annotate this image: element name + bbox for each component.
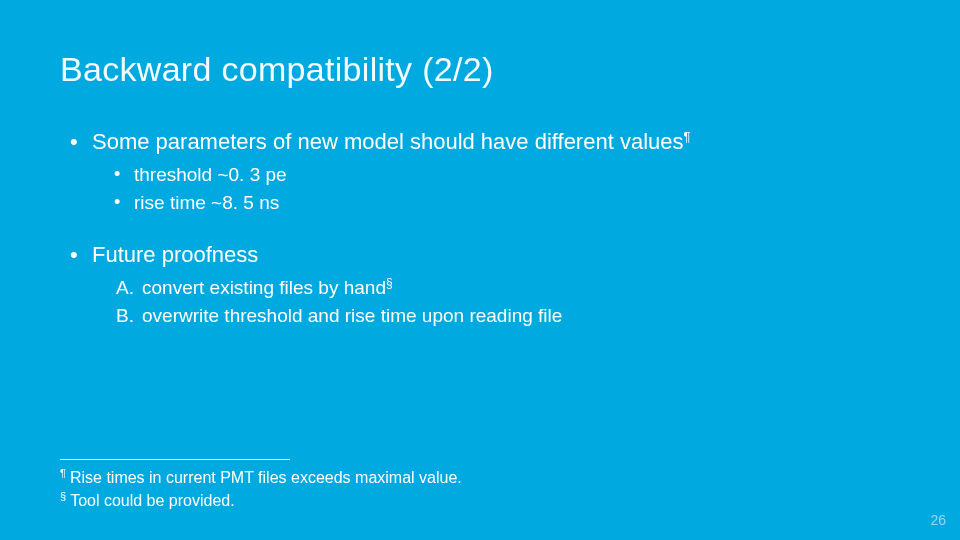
- list-marker: B.: [116, 302, 134, 330]
- footnote-rule: [60, 459, 290, 460]
- bullet-1-sublist: threshold ~0. 3 pe rise time ~8. 5 ns: [92, 161, 900, 216]
- footnote-line: §Tool could be provided.: [60, 489, 462, 512]
- slide-content: Some parameters of new model should have…: [60, 129, 900, 330]
- bullet-2-head: Future proofness: [92, 242, 258, 267]
- footnote-symbol: ¶: [60, 467, 66, 479]
- footnotes: ¶Rise times in current PMT files exceeds…: [60, 459, 462, 512]
- bullet-list: Some parameters of new model should have…: [70, 129, 900, 330]
- list-marker: A.: [116, 274, 134, 302]
- sub-item-sup: §: [386, 276, 393, 290]
- slide-title: Backward compatibility (2/2): [60, 50, 900, 89]
- bullet-2-sublist: A. convert existing files by hand§ B. ov…: [92, 274, 900, 329]
- footnote-text: Rise times in current PMT files exceeds …: [70, 469, 462, 486]
- bullet-2: Future proofness A. convert existing fil…: [70, 242, 900, 329]
- footnote-line: ¶Rise times in current PMT files exceeds…: [60, 466, 462, 489]
- sub-item: A. convert existing files by hand§: [116, 274, 900, 302]
- bullet-1-head: Some parameters of new model should have…: [92, 129, 690, 154]
- sub-item: B. overwrite threshold and rise time upo…: [116, 302, 900, 330]
- slide: Backward compatibility (2/2) Some parame…: [0, 0, 960, 540]
- bullet-1-text: Some parameters of new model should have…: [92, 129, 684, 154]
- sub-item: rise time ~8. 5 ns: [114, 189, 900, 217]
- page-number: 26: [930, 512, 946, 528]
- sub-item-text: convert existing files by hand: [142, 277, 386, 298]
- bullet-1-sup: ¶: [684, 129, 691, 144]
- sub-item: threshold ~0. 3 pe: [114, 161, 900, 189]
- bullet-1: Some parameters of new model should have…: [70, 129, 900, 216]
- footnote-symbol: §: [60, 490, 66, 502]
- footnote-text: Tool could be provided.: [70, 492, 235, 509]
- sub-item-text: overwrite threshold and rise time upon r…: [142, 305, 562, 326]
